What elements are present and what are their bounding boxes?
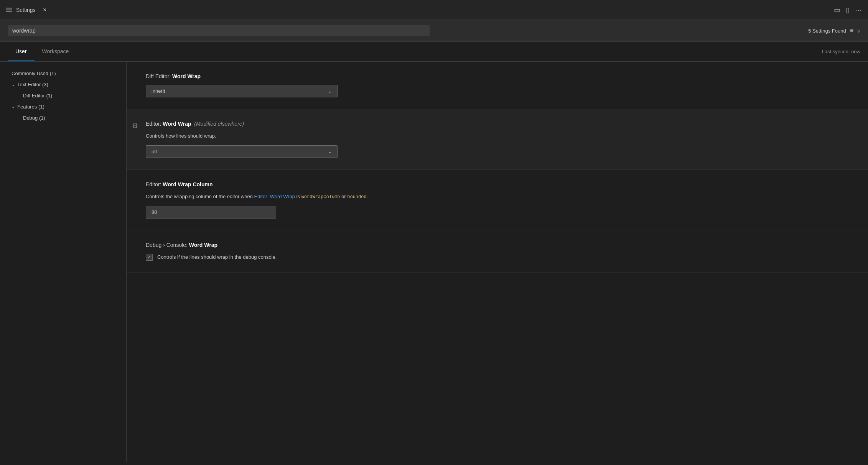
close-button[interactable]: × [40, 5, 50, 15]
setting-column-desc: Controls the wrapping column of the edit… [146, 193, 849, 200]
word-wrap-column-input[interactable] [146, 206, 276, 219]
editor-word-wrap-link[interactable]: Editor: Word Wrap [254, 194, 295, 199]
search-results-area: 5 Settings Found ≡ ▿ [808, 27, 860, 35]
setting-debug-title: Debug › Console: Word Wrap [146, 242, 849, 248]
copy-to-json-icon[interactable]: ▭ [834, 6, 840, 14]
checkmark-icon: ✓ [147, 255, 151, 260]
sidebar-item-commonly-used[interactable]: Commonly Used (1) [0, 68, 126, 79]
search-bar: 5 Settings Found ≡ ▿ [0, 20, 868, 42]
more-actions-icon[interactable]: ⋯ [855, 6, 862, 14]
setting-diff-title: Diff Editor: Word Wrap [146, 73, 849, 79]
chevron-down-icon-features: ⌄ [12, 104, 15, 109]
setting-editor-word-wrap: ⚙ Editor: Word Wrap (Modified elsewhere)… [127, 109, 868, 170]
dropdown-chevron-icon: ⌄ [328, 89, 332, 94]
clear-search-icon[interactable]: ≡ [850, 27, 853, 34]
settings-content: Diff Editor: Word Wrap inherit ⌄ ⚙ Edito… [127, 62, 868, 462]
title-bar-left: Settings × [6, 5, 50, 15]
tabs-bar: User Workspace Last synced: now [0, 42, 868, 62]
title-bar: Settings × ▭ ▯ ⋯ [0, 0, 868, 20]
search-results-count: 5 Settings Found [808, 28, 846, 34]
split-editor-icon[interactable]: ▯ [846, 6, 850, 14]
setting-column-title: Editor: Word Wrap Column [146, 181, 849, 187]
sidebar-item-debug[interactable]: Debug (1) [0, 112, 126, 123]
setting-debug-word-wrap: Debug › Console: Word Wrap ✓ Controls if… [127, 230, 868, 273]
setting-editor-desc: Controls how lines should wrap. [146, 132, 849, 140]
sidebar: Commonly Used (1) ⌄ Text Editor (3) Diff… [0, 62, 127, 462]
debug-word-wrap-checkbox[interactable]: ✓ [146, 254, 153, 261]
tabs: User Workspace [8, 43, 76, 60]
tab-workspace[interactable]: Workspace [35, 43, 77, 61]
diff-editor-word-wrap-dropdown[interactable]: inherit ⌄ [146, 85, 338, 97]
dropdown-chevron-icon-2: ⌄ [328, 149, 332, 154]
search-input[interactable] [8, 25, 430, 36]
settings-title: Settings [16, 7, 36, 13]
main-area: Commonly Used (1) ⌄ Text Editor (3) Diff… [0, 62, 868, 462]
setting-diff-editor-word-wrap: Diff Editor: Word Wrap inherit ⌄ [127, 62, 868, 109]
filter-icon[interactable]: ▿ [857, 27, 860, 35]
chevron-down-icon: ⌄ [12, 82, 15, 87]
tab-user[interactable]: User [8, 43, 35, 61]
setting-editor-title: Editor: Word Wrap (Modified elsewhere) [146, 121, 849, 127]
code-word-wrap-column: wordWrapColumn [301, 194, 340, 200]
title-bar-actions: ▭ ▯ ⋯ [834, 6, 862, 14]
debug-word-wrap-checkbox-row: ✓ Controls if the lines should wrap in t… [146, 253, 849, 261]
editor-word-wrap-dropdown[interactable]: off ⌄ [146, 145, 338, 158]
menu-icon[interactable] [6, 8, 12, 12]
sidebar-item-diff-editor[interactable]: Diff Editor (1) [0, 90, 126, 101]
last-synced-label: Last synced: now [822, 49, 860, 54]
code-bounded: bounded [347, 194, 366, 200]
gear-icon[interactable]: ⚙ [132, 122, 138, 130]
sidebar-item-text-editor[interactable]: ⌄ Text Editor (3) [0, 79, 126, 90]
setting-editor-word-wrap-column: Editor: Word Wrap Column Controls the wr… [127, 170, 868, 230]
debug-word-wrap-label: Controls if the lines should wrap in the… [157, 253, 277, 261]
sidebar-item-features[interactable]: ⌄ Features (1) [0, 101, 126, 112]
